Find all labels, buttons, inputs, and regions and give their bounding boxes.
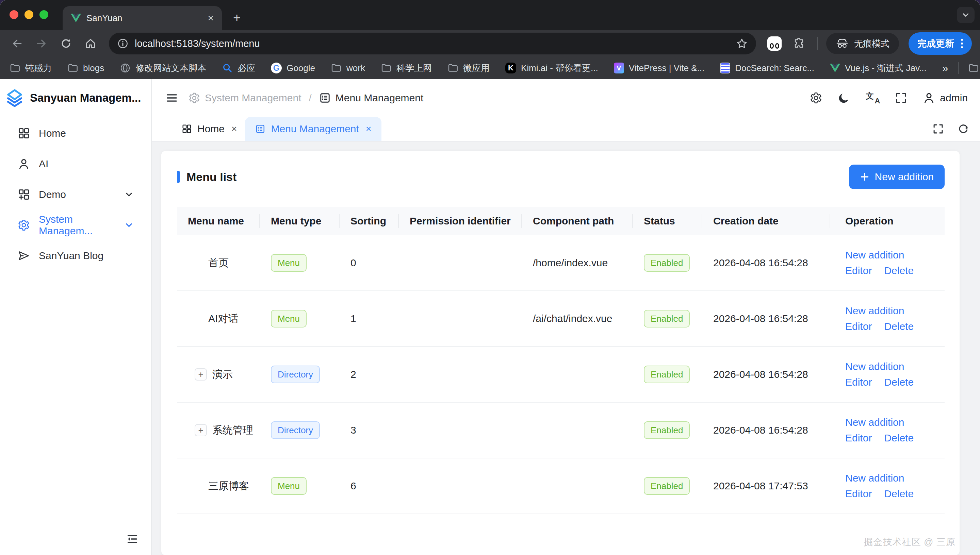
new-addition-button[interactable]: New addition (849, 165, 945, 189)
forward-button[interactable] (31, 33, 52, 54)
bookmark-item[interactable]: GGoogle (271, 63, 315, 74)
close-icon[interactable]: × (231, 124, 237, 134)
zoom-window-button[interactable] (40, 10, 48, 19)
delete-link[interactable]: Delete (884, 321, 914, 332)
watermark: 掘金技术社区 @ 三原 (864, 536, 956, 548)
minimize-window-button[interactable] (24, 10, 33, 19)
bookmark-item[interactable]: work (331, 63, 365, 74)
sorting-value: 6 (340, 480, 399, 492)
folder-icon (67, 63, 78, 74)
bookmark-star-icon[interactable] (736, 37, 748, 50)
editor-link[interactable]: Editor (845, 488, 872, 500)
address-bar[interactable]: localhost:5183/system/menu (109, 33, 756, 55)
menu-list-icon (319, 92, 331, 104)
new-addition-link[interactable]: New addition (845, 417, 904, 428)
close-window-button[interactable] (10, 10, 18, 19)
macos-traffic-lights[interactable] (10, 10, 48, 19)
dark-mode-moon-icon[interactable] (838, 92, 850, 104)
all-bookmarks-button[interactable]: 所有书签 (968, 62, 980, 74)
vue-favicon (71, 14, 81, 22)
editor-link[interactable]: Editor (845, 265, 872, 276)
sidebar-item-demo[interactable]: Demo (7, 181, 144, 208)
bookmark-item[interactable]: VVitePress | Vite &... (614, 63, 705, 74)
new-addition-link[interactable]: New addition (845, 305, 904, 317)
reload-button[interactable] (56, 33, 76, 54)
tab-menu-management[interactable]: Menu Management × (245, 117, 381, 141)
expand-row-button[interactable]: + (194, 424, 207, 436)
sidebar-item-system-management[interactable]: System Managem... (7, 212, 144, 239)
table-row[interactable]: + 系统管理 Directory 3 Enabled 2026-04-08 16… (177, 403, 945, 459)
new-tab-button[interactable]: + (227, 8, 246, 27)
globe-icon (120, 63, 131, 74)
sidebar-item-home[interactable]: Home (7, 120, 144, 147)
folder-icon (968, 63, 979, 74)
menu-type-badge: Menu (271, 254, 307, 272)
translate-icon[interactable]: 文A (866, 92, 879, 104)
home-button[interactable] (80, 33, 101, 54)
browser-tab-title: SanYuan (87, 13, 202, 24)
update-label: 完成更新 (917, 37, 954, 50)
chrome-update-button[interactable]: 完成更新 (909, 32, 972, 55)
delete-link[interactable]: Delete (884, 432, 914, 444)
expand-row-button[interactable]: + (194, 368, 207, 380)
bookmark-item[interactable]: 必应 (222, 62, 255, 74)
table-row[interactable]: AI对话 Menu 1 /ai/chat/index.vue Enabled 2… (177, 291, 945, 347)
new-addition-link[interactable]: New addition (845, 249, 904, 261)
bookmarks-overflow-chevron[interactable]: » (942, 62, 948, 74)
bookmark-item[interactable]: Vue.js - 渐进式 Jav... (830, 62, 927, 74)
content-fullscreen-icon[interactable] (932, 123, 944, 135)
chrome-menu-icon[interactable] (961, 39, 963, 48)
bookmark-item[interactable]: DocSearch: Searc... (720, 63, 814, 74)
sidebar-item-ai[interactable]: AI (7, 150, 144, 178)
close-icon[interactable]: × (366, 124, 371, 134)
table-row[interactable]: 三原博客 Menu 6 Enabled 2026-04-08 17:47:53 … (177, 459, 945, 514)
delete-link[interactable]: Delete (884, 265, 914, 276)
menu-name: 三原博客 (208, 479, 249, 493)
user-menu[interactable]: admin (923, 92, 968, 104)
bookmark-item[interactable]: KKimi.ai - 帮你看更... (505, 62, 598, 74)
bookmark-item[interactable]: 修改网站文本脚本 (120, 62, 206, 74)
refresh-icon[interactable] (958, 123, 969, 135)
folder-icon (331, 63, 342, 74)
editor-link[interactable]: Editor (845, 377, 872, 388)
bookmark-item[interactable]: 钝感力 (10, 62, 52, 74)
folder-icon (447, 63, 458, 74)
send-icon (18, 250, 30, 262)
collapse-sidebar-icon[interactable] (126, 533, 139, 545)
gear-icon (18, 219, 30, 231)
status-badge: Enabled (644, 254, 690, 272)
status-badge: Enabled (644, 366, 690, 383)
table-row[interactable]: + 演示 Directory 2 Enabled 2026-04-08 16:5… (177, 347, 945, 403)
col-status: Status (633, 207, 702, 235)
bookmark-item[interactable]: blogs (67, 63, 104, 74)
back-button[interactable] (7, 33, 27, 54)
tab-home[interactable]: Home × (174, 117, 245, 141)
table-row[interactable]: 首页 Menu 0 /home/index.vue Enabled 2026-0… (177, 235, 945, 291)
editor-link[interactable]: Editor (845, 321, 872, 332)
settings-gear-icon[interactable] (810, 92, 822, 104)
menu-name: 首页 (208, 256, 229, 270)
col-sorting: Sorting (340, 207, 399, 235)
delete-link[interactable]: Delete (884, 488, 914, 500)
delete-link[interactable]: Delete (884, 377, 914, 388)
creation-date: 2026-04-08 17:47:53 (702, 480, 830, 492)
browser-tab[interactable]: SanYuan × (63, 6, 222, 30)
search-icon (222, 63, 233, 74)
bookmark-item[interactable]: 微应用 (447, 62, 490, 74)
extension-eyes-icon[interactable] (764, 33, 785, 54)
extensions-puzzle-icon[interactable] (789, 33, 809, 54)
new-addition-link[interactable]: New addition (845, 472, 904, 484)
new-addition-link[interactable]: New addition (845, 361, 904, 372)
breadcrumb-section[interactable]: System Management (188, 92, 301, 104)
url-text[interactable]: localhost:5183/system/menu (135, 38, 729, 49)
tab-search-button[interactable] (957, 7, 975, 23)
fullscreen-icon[interactable] (895, 92, 907, 104)
app-logo-row[interactable]: Sanyuan Managem... (0, 79, 151, 117)
bookmark-item[interactable]: 科学上网 (381, 62, 432, 74)
hamburger-menu-icon[interactable] (165, 91, 178, 104)
site-info-icon[interactable] (117, 38, 129, 49)
sidebar-item-sanyuan-blog[interactable]: SanYuan Blog (7, 242, 144, 269)
menu-name: 演示 (212, 367, 233, 382)
tab-close-icon[interactable]: × (207, 12, 214, 24)
editor-link[interactable]: Editor (845, 432, 872, 444)
